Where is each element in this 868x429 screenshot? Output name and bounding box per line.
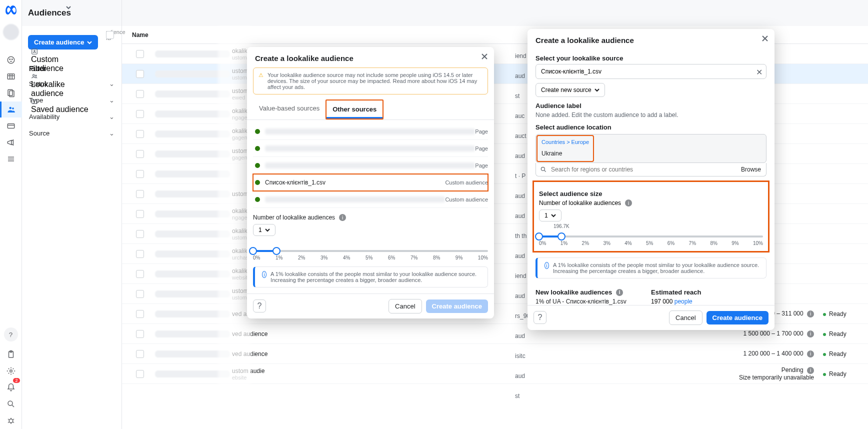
slider-thumb-start[interactable] [249,247,257,255]
row-checkbox[interactable] [136,250,144,258]
nav-menu-icon[interactable] [0,151,22,167]
source-input[interactable] [536,64,766,79]
table-row[interactable]: ved audience 1 200 000 – 1 400 000 i Rea… [122,344,868,364]
slider2-thumb-start[interactable] [535,232,543,240]
row-status: Ready [814,350,859,358]
info-icon: i [262,271,266,278]
table-row[interactable]: ustom audieebsite Pending iSize temporar… [122,364,868,384]
row-checkbox[interactable] [136,370,144,378]
percent-slider[interactable] [253,250,488,252]
nav-audiences-icon[interactable] [0,102,22,118]
nav-megaphone-icon[interactable] [0,134,22,150]
row-name-blur [155,110,230,118]
nav-notifications-icon[interactable]: 2 [0,380,22,396]
tab-other-sources[interactable]: Other sources [326,100,382,118]
clear-source[interactable]: ✕ [756,68,762,77]
source-row[interactable]: Список-клієнтів_1.csv Custom audience [253,174,488,191]
left-rail: ? 2 [0,0,22,429]
svg-point-18 [541,167,544,170]
browse-link[interactable]: Browse [736,166,766,173]
row-name-blur [155,330,230,338]
source-label [265,162,475,168]
nav-bug-icon[interactable] [0,412,22,428]
nav-search-icon[interactable] [0,396,22,412]
row-checkbox[interactable] [136,50,144,58]
location-country[interactable]: Ukraine [538,148,593,161]
source-row[interactable]: Custom audience [253,191,488,208]
row-checkbox[interactable] [136,90,144,98]
svg-rect-3 [8,74,14,80]
num-la-select2[interactable]: 1 [539,210,562,222]
row-checkbox[interactable] [136,70,144,78]
nav-overview-icon[interactable] [0,52,22,68]
row-checkbox[interactable] [136,210,144,218]
meta-logo[interactable] [4,4,18,18]
create-audience-button[interactable]: Create audience [28,35,98,50]
percent-slider-2[interactable] [539,236,763,238]
modal1-create[interactable]: Create audience [426,300,488,313]
slider2-thumb-end[interactable] [558,232,566,240]
page-title: Audiences [28,8,71,18]
status-dot [255,129,260,134]
row-checkbox[interactable] [136,350,144,358]
row-checkbox[interactable] [136,310,144,318]
nav-docs-icon[interactable] [0,85,22,101]
location-search[interactable] [551,163,736,176]
tab-value-based[interactable]: Value-based sources [253,100,326,120]
num-lookalikes-select[interactable]: 1 [253,224,276,236]
modal1-title: Create a lookalike audience [247,47,494,68]
nav-billing-icon[interactable] [0,118,22,134]
row-name-blur [155,370,230,378]
slider-thumb-end[interactable] [272,247,280,255]
row-name-blur [155,290,230,298]
source-row[interactable]: Page [253,140,488,157]
folder-icon [31,98,38,105]
row-checkbox[interactable] [136,170,144,178]
row-checkbox[interactable] [136,270,144,278]
modal1-cancel[interactable]: Cancel [388,299,422,314]
source-row[interactable]: Page [253,157,488,174]
account-avatar[interactable] [3,24,19,40]
modal1-help[interactable]: ? [253,300,266,312]
info-icon[interactable]: i [616,289,623,296]
menu-saved-audience[interactable]: Saved audience [31,98,90,114]
svg-point-15 [34,50,35,52]
nav-settings-icon[interactable] [0,363,22,379]
info-icon[interactable]: i [339,214,346,221]
row-checkbox[interactable] [136,290,144,298]
svg-point-2 [12,59,12,60]
chevron-down-icon: ⌄ [109,130,114,137]
modal1-close[interactable] [481,53,488,60]
row-type: ustom audieebsite [232,368,357,380]
facet-source[interactable]: Source⌄ [22,125,122,142]
help-button[interactable]: ? [4,328,18,342]
nav-table-icon[interactable] [0,68,22,84]
location-crumbs[interactable]: Countries > Europe [538,136,593,148]
modal2-create[interactable]: Create audience [706,311,768,324]
row-checkbox[interactable] [136,130,144,138]
create-new-source[interactable]: Create new source [536,83,605,97]
row-checkbox[interactable] [136,190,144,198]
slider-ticks: 0%1%2%3%4%5%6%7%8%9%10% [253,255,488,260]
col-name[interactable]: Name [132,32,148,38]
status-dot [255,146,260,151]
menu-lookalike-audience[interactable]: Lookalike audience [31,73,90,98]
menu-custom-audience[interactable]: Custom audience [31,48,90,73]
row-checkbox[interactable] [136,330,144,338]
modal2-close[interactable] [762,35,768,42]
row-checkbox[interactable] [136,230,144,238]
select-all-checkbox[interactable] [106,31,114,39]
ios-warning: ⚠ Your lookalike audience source may not… [253,68,488,94]
modal2-cancel[interactable]: Cancel [669,310,702,325]
row-checkbox[interactable] [136,150,144,158]
chevron-down-icon: ⌄ [109,80,114,88]
source-row[interactable]: Page [253,123,488,140]
caret-down-icon [551,213,556,218]
info-icon[interactable]: i [625,200,632,206]
row-checkbox[interactable] [136,110,144,118]
row-status: Ready [814,330,859,338]
modal2-title: Create a lookalike audience [528,29,774,50]
modal2-help[interactable]: ? [534,311,546,324]
row-name-blur [155,310,230,318]
nav-clipboard-icon[interactable] [0,346,22,362]
